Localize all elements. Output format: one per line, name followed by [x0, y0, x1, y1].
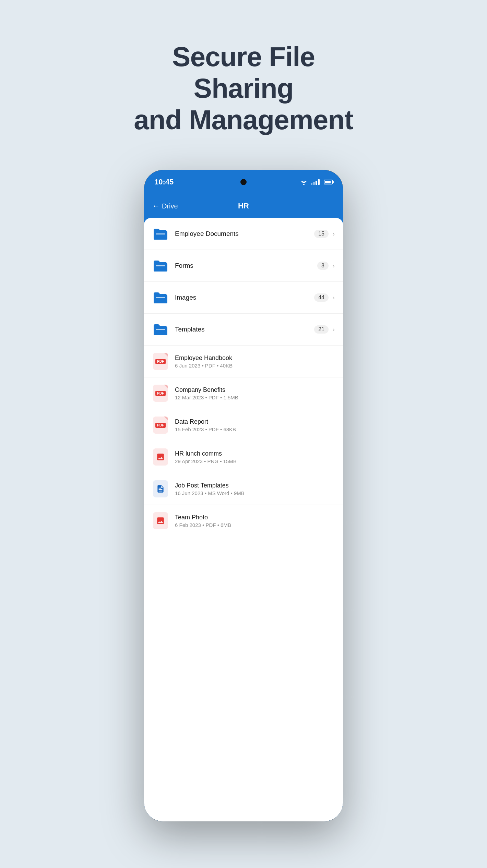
folder-name-images: Images: [175, 294, 314, 301]
status-bar: 10:45: [144, 170, 343, 194]
folder-item-images[interactable]: Images 44 ›: [144, 282, 343, 314]
app-bar-title: HR: [238, 202, 249, 210]
file-info: Job Post Templates 16 Jun 2023 • MS Word…: [175, 482, 335, 496]
file-item-data-report[interactable]: PDF Data Report 15 Feb 2023 • PDF • 68KB: [144, 409, 343, 441]
file-item-company-benefits[interactable]: PDF Company Benefits 12 Mar 2023 • PDF •…: [144, 377, 343, 409]
status-time: 10:45: [154, 178, 174, 186]
file-meta: 12 Mar 2023 • PDF • 1.5MB: [175, 395, 335, 400]
file-item-job-post-templates[interactable]: Job Post Templates 16 Jun 2023 • MS Word…: [144, 473, 343, 505]
image-file-icon: [152, 513, 169, 529]
phone-frame: 10:45: [144, 170, 343, 821]
folder-count-forms: 8: [317, 262, 329, 270]
svg-rect-6: [154, 327, 167, 335]
svg-rect-1: [156, 233, 165, 234]
file-meta: 6 Feb 2023 • PDF • 6MB: [175, 522, 335, 528]
file-item-team-photo[interactable]: Team Photo 6 Feb 2023 • PDF • 6MB: [144, 505, 343, 537]
battery-icon: [324, 180, 333, 184]
file-info: HR lunch comms 29 Apr 2023 • PNG • 15MB: [175, 450, 335, 464]
file-meta: 29 Apr 2023 • PNG • 15MB: [175, 458, 335, 464]
chevron-icon: ›: [333, 230, 335, 238]
status-icons: [300, 179, 333, 185]
file-name: Company Benefits: [175, 386, 335, 394]
folder-icon: [152, 226, 169, 242]
image-file-icon: [152, 449, 169, 465]
svg-rect-3: [156, 265, 165, 266]
folder-count-images: 44: [314, 293, 329, 302]
folder-icon: [152, 321, 169, 338]
file-info: Company Benefits 12 Mar 2023 • PDF • 1.5…: [175, 386, 335, 400]
pdf-file-icon: PDF: [152, 353, 169, 370]
wifi-icon: [300, 179, 308, 185]
file-meta: 16 Jun 2023 • MS Word • 9MB: [175, 490, 335, 496]
file-name: Job Post Templates: [175, 482, 335, 489]
folder-item-templates[interactable]: Templates 21 ›: [144, 314, 343, 346]
camera-notch: [240, 179, 247, 185]
file-info: Employee Handbook 6 Jun 2023 • PDF • 40K…: [175, 354, 335, 369]
back-arrow-icon: ←: [152, 202, 160, 210]
file-meta: 15 Feb 2023 • PDF • 68KB: [175, 426, 335, 432]
file-info: Data Report 15 Feb 2023 • PDF • 68KB: [175, 418, 335, 432]
pdf-file-icon: PDF: [152, 385, 169, 401]
file-name: HR lunch comms: [175, 450, 335, 457]
word-file-icon: [152, 481, 169, 497]
file-item-hr-lunch-comms[interactable]: HR lunch comms 29 Apr 2023 • PNG • 15MB: [144, 441, 343, 473]
app-bar: ← Drive HR: [144, 194, 343, 218]
folder-icon: [152, 257, 169, 274]
file-list: Employee Documents 15 › Forms 8: [144, 218, 343, 821]
folder-count-employee-documents: 15: [314, 230, 329, 238]
file-item-employee-handbook[interactable]: PDF Employee Handbook 6 Jun 2023 • PDF •…: [144, 346, 343, 377]
folder-icon: [152, 289, 169, 306]
chevron-icon: ›: [333, 294, 335, 301]
file-name: Data Report: [175, 418, 335, 425]
folder-name-employee-documents: Employee Documents: [175, 230, 314, 238]
file-name: Team Photo: [175, 514, 335, 521]
page-heading: Secure File Sharing and Management: [123, 41, 364, 136]
chevron-icon: ›: [333, 326, 335, 333]
svg-rect-0: [154, 231, 167, 240]
folder-name-forms: Forms: [175, 262, 317, 269]
svg-rect-2: [154, 263, 167, 272]
folder-name-templates: Templates: [175, 326, 314, 333]
svg-rect-4: [154, 295, 167, 303]
file-info: Team Photo 6 Feb 2023 • PDF • 6MB: [175, 514, 335, 528]
svg-rect-5: [156, 297, 165, 298]
pdf-file-icon: PDF: [152, 417, 169, 433]
folder-item-forms[interactable]: Forms 8 ›: [144, 250, 343, 282]
folder-count-templates: 21: [314, 325, 329, 334]
back-label: Drive: [162, 202, 178, 210]
svg-rect-7: [156, 329, 165, 330]
back-button[interactable]: ← Drive: [152, 202, 178, 210]
folder-item-employee-documents[interactable]: Employee Documents 15 ›: [144, 218, 343, 250]
signal-icon: [311, 179, 320, 185]
chevron-icon: ›: [333, 262, 335, 269]
file-name: Employee Handbook: [175, 354, 335, 362]
file-meta: 6 Jun 2023 • PDF • 40KB: [175, 363, 335, 369]
